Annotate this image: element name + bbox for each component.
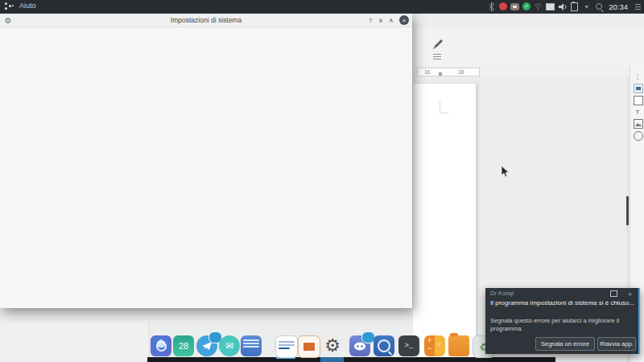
mouse-cursor [501, 165, 510, 178]
crash-body-line: programma. [490, 325, 619, 333]
sidebar-navigator-icon[interactable] [634, 131, 643, 141]
restore-icon[interactable] [610, 290, 617, 297]
crash-headline: Il programma Impostazioni di sistema si … [490, 299, 634, 306]
sidebar-gallery-icon[interactable] [634, 119, 643, 129]
text-boundary-corner [440, 101, 448, 113]
calc-plus: + [427, 336, 431, 344]
settings-titlebar[interactable]: ⚙ Impostazioni di sistema ? ∨ ∧ × [0, 14, 412, 27]
discord-tray-icon[interactable] [510, 3, 519, 10]
envelope-glyph: ✉ [225, 340, 233, 352]
minimize-button[interactable]: ∨ [376, 15, 386, 25]
background-region [0, 321, 150, 362]
crash-body-line: Segnala questo errore per aiutarci a mig… [490, 317, 619, 325]
report-error-button[interactable]: Segnala un errore [535, 337, 595, 351]
sidebar-properties-icon[interactable] [634, 84, 643, 93]
crash-body: Segnala questo errore per aiutarci a mig… [490, 317, 619, 333]
active-indicator-settings [320, 357, 344, 362]
help-button[interactable]: ? [365, 15, 375, 25]
mail-icon[interactable]: ✉ [219, 335, 240, 356]
writer-toolbar [412, 27, 644, 66]
calc-minus: − [427, 344, 431, 352]
sidebar-page-icon[interactable] [634, 96, 643, 105]
calc-equal: = [437, 340, 441, 348]
sidebar-menu-icon[interactable]: ⋮ [634, 72, 642, 80]
gear-glyph: ⚙ [324, 337, 341, 355]
display-icon[interactable] [546, 2, 555, 11]
browser-icon[interactable] [151, 335, 171, 356]
system-settings-window: ⚙ Impostazioni di sistema ? ∨ ∧ × [0, 14, 412, 308]
maximize-button[interactable]: ∧ [386, 15, 396, 25]
sidebar-styles-icon[interactable]: T [634, 108, 642, 116]
dock-panel [147, 357, 555, 362]
crash-dialog: Dr Konqi × Il programma Impostazioni di … [485, 288, 640, 354]
paragraph-lines-icon[interactable] [433, 54, 441, 60]
tray-expand-icon[interactable]: ▾ [582, 2, 591, 11]
ruler-strip: 16 18 [417, 68, 480, 76]
document-page[interactable] [413, 84, 476, 362]
calculator-icon[interactable]: + − = [424, 335, 445, 356]
folder-icon[interactable] [448, 335, 469, 356]
discover-icon[interactable] [374, 335, 394, 356]
writer-icon[interactable] [275, 335, 298, 358]
menubar-item-help[interactable]: Aiuto [19, 2, 36, 10]
app-logo-icon[interactable] [5, 2, 14, 10]
desktop: 16 18 ⋮ T Pagina 1 di 1 0 pa [0, 0, 644, 362]
top-panel: Aiuto ✓ ▾ [0, 0, 644, 14]
dialog-close-icon[interactable]: × [628, 290, 632, 298]
ruler-mark: 16 [424, 69, 430, 75]
system-tray: ✓ ▾ 20:34 [487, 0, 644, 13]
telegram-icon[interactable] [196, 335, 217, 356]
clock[interactable]: 20:34 [606, 2, 630, 11]
recorder-icon[interactable] [499, 2, 507, 10]
window-title: Impostazioni di sistema [0, 16, 412, 24]
discord-icon[interactable] [349, 335, 370, 356]
settings-gear-icon[interactable]: ⚙ [322, 335, 343, 356]
impress-icon[interactable] [298, 335, 320, 358]
network-icon[interactable] [534, 2, 543, 11]
restart-app-button[interactable]: Riavvia app. [597, 337, 636, 351]
volume-icon[interactable] [558, 2, 567, 11]
calendar-day: 28 [179, 341, 188, 351]
terminal-icon[interactable]: >_ [398, 335, 419, 356]
calendar-icon[interactable]: 28 [173, 335, 194, 356]
crash-dialog-title: Dr Konqi [490, 290, 514, 297]
panel-settings-icon[interactable] [634, 2, 642, 11]
updates-ok-icon[interactable]: ✓ [522, 2, 530, 10]
draw-pencil-icon[interactable] [431, 38, 444, 51]
terminal-glyph: >_ [405, 342, 414, 350]
clipboard-icon[interactable] [570, 2, 579, 11]
bluetooth-icon[interactable] [487, 2, 496, 11]
search-icon[interactable] [594, 2, 603, 11]
margin-marker[interactable] [439, 72, 442, 76]
horizontal-ruler[interactable]: 16 18 [412, 66, 630, 76]
archive-icon[interactable] [241, 335, 262, 356]
ruler-mark: 18 [458, 69, 464, 75]
close-button[interactable]: × [399, 15, 409, 25]
scrollbar-thumb[interactable] [626, 196, 629, 225]
